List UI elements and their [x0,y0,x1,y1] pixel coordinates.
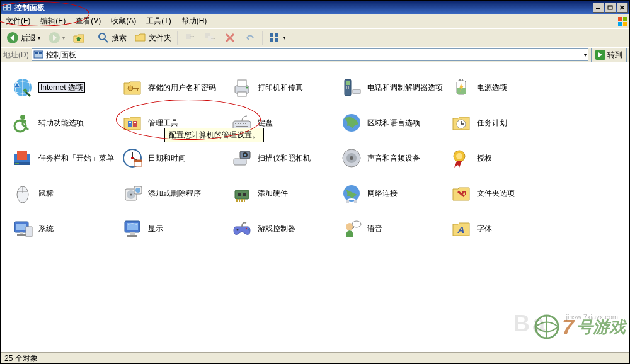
svg-rect-49 [133,121,137,127]
cp-item-taskbar-start[interactable]: 任务栏和「开始」菜单 [12,140,119,176]
folders-button[interactable]: 文件夹 [131,30,175,46]
back-label: 后退 [21,33,36,43]
date-time-icon [122,147,143,169]
delete-button[interactable] [220,30,239,46]
svg-point-111 [248,229,249,230]
svg-rect-4 [8,8,10,10]
cp-item-label: 键盘 [258,118,273,127]
svg-rect-24 [39,52,42,54]
tooltip: 配置您计算机的管理设置。 [164,128,264,142]
cp-item-date-time[interactable]: 日期和时间 [122,140,229,176]
views-button[interactable]: ▾ [265,30,289,46]
svg-rect-98 [346,200,349,203]
search-button[interactable]: 搜索 [94,30,130,46]
svg-rect-57 [245,123,246,124]
address-value: 控制面板 [46,50,581,60]
cp-item-power-options[interactable]: 电源选项 [450,70,558,105]
cp-item-folder-options[interactable]: 文件夹选项 [450,176,558,211]
cp-item-fonts[interactable]: A字体 [450,211,558,246]
svg-rect-58 [236,126,248,127]
menu-file[interactable]: 文件(F) [1,14,35,28]
cp-item-network-connections[interactable]: 网络连接 [341,176,448,211]
svg-point-40 [348,88,349,89]
chevron-down-icon[interactable]: ▾ [584,52,587,58]
move-to-button[interactable] [180,30,199,46]
menu-view[interactable]: 查看(V) [71,14,106,28]
svg-rect-92 [243,193,246,196]
admin-tools-icon [122,112,143,134]
titlebar: 控制面板 [1,1,629,14]
maximize-button[interactable] [605,3,616,13]
cp-item-accessibility[interactable]: 辅助功能选项 [12,105,119,140]
back-button[interactable]: 后退 ▾ [3,30,43,46]
svg-rect-3 [4,8,6,10]
chevron-down-icon: ▾ [62,35,65,41]
cp-item-add-remove-programs[interactable]: 添加或删除程序 [122,176,229,211]
svg-point-109 [237,229,239,231]
svg-rect-56 [243,123,244,124]
forward-button[interactable]: ▾ [45,30,68,46]
system-icon [12,218,33,239]
cp-item-internet-options[interactable]: Internet 选项 [12,70,119,105]
cp-item-printers-faxes[interactable]: 打印机和传真 [231,70,338,105]
svg-rect-2 [8,5,10,7]
svg-rect-94 [239,199,240,202]
fonts-icon: A [450,218,472,239]
undo-icon [244,31,256,44]
svg-rect-72 [134,160,142,162]
cp-item-speech[interactable]: 语音 [341,211,448,246]
cp-item-label: 辅助功能选项 [38,118,84,127]
cp-item-mouse[interactable]: 鼠标 [12,176,119,211]
power-options-icon [450,77,472,98]
svg-point-46 [20,115,25,120]
cp-item-phone-modem[interactable]: 电话和调制解调器选项 [341,70,448,105]
copy-to-button[interactable] [200,30,219,46]
cp-item-licensing[interactable]: 授权 [450,140,558,176]
svg-rect-93 [236,199,238,202]
svg-point-110 [246,228,247,229]
cp-item-regional-language[interactable]: 区域和语言选项 [341,105,448,140]
svg-point-87 [130,194,132,196]
go-button[interactable]: 转到 [591,48,627,62]
undo-button[interactable] [241,30,260,46]
phone-modem-icon [341,77,362,98]
close-button[interactable] [617,3,628,13]
address-input[interactable]: 控制面板 ▾ [32,48,588,61]
svg-rect-22 [34,51,43,58]
svg-rect-104 [26,227,32,237]
menu-tools[interactable]: 工具(T) [141,14,176,28]
cp-item-add-hardware[interactable]: 添加硬件 [231,176,338,211]
scanners-cameras-icon [231,147,253,169]
folders-label: 文件夹 [149,33,171,43]
svg-rect-9 [623,17,627,21]
svg-rect-53 [235,123,236,124]
svg-text:A: A [457,224,465,235]
cp-item-system[interactable]: 系统 [12,211,119,246]
cp-item-display[interactable]: 显示 [122,211,229,246]
cp-item-label: 字体 [477,224,492,233]
folders-icon [134,31,147,44]
menu-favorites[interactable]: 收藏(A) [106,14,141,28]
svg-point-14 [99,33,105,40]
svg-rect-45 [462,79,463,81]
cp-item-sounds-audio[interactable]: 声音和音频设备 [341,140,448,176]
menubar: 文件(F) 编辑(E) 查看(V) 收藏(A) 工具(T) 帮助(H) [1,14,629,28]
watermark-brand: 7号游戏 [534,314,626,339]
cp-item-label: 授权 [477,154,492,162]
svg-rect-102 [20,232,23,234]
minimize-button[interactable] [593,3,604,13]
cp-item-scheduled-tasks[interactable]: 任务计划 [450,105,558,140]
windows-flag-icon [617,16,628,27]
cp-item-stored-users-passwords[interactable]: 存储的用户名和密码 [122,70,229,105]
menu-help[interactable]: 帮助(H) [176,14,212,28]
svg-point-34 [246,87,248,89]
toolbar: 后退 ▾ ▾ 搜索 文件夹 ▾ [1,28,629,47]
svg-rect-55 [240,123,241,124]
up-button[interactable] [69,30,88,46]
svg-point-37 [346,86,347,88]
cp-item-scanners-cameras[interactable]: 扫描仪和照相机 [231,140,338,176]
svg-rect-32 [238,80,246,86]
cp-item-game-controllers[interactable]: 游戏控制器 [231,211,338,246]
menu-edit[interactable]: 编辑(E) [35,14,71,28]
regional-language-icon [341,112,362,134]
